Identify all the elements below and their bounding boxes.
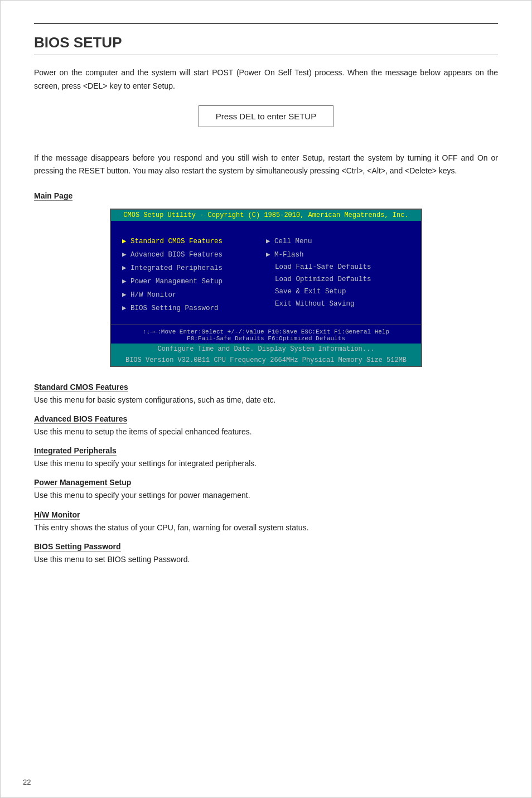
bios-bottom-line2: F8:Fail-Safe Defaults F6:Optimized Defau… xyxy=(117,335,415,342)
bios-bottom-bar: ↑↓→←:Move Enter:Select +/-/:Value F10:Sa… xyxy=(111,325,421,344)
bios-item-advanced-bios[interactable]: Advanced BIOS Features xyxy=(122,250,266,259)
bios-item-integrated[interactable]: Integrated Peripherals xyxy=(122,263,266,272)
press-del-wrapper: Press DEL to enter SETUP xyxy=(34,105,498,139)
desc-hw-monitor: H/W Monitor This entry shows the status … xyxy=(34,510,498,534)
bios-status-bar: Configure Time and Date. Display System … xyxy=(111,344,421,355)
bios-bottom-line1: ↑↓→←:Move Enter:Select +/-/:Value F10:Sa… xyxy=(117,328,415,335)
desc-advanced-bios-title: Advanced BIOS Features xyxy=(34,414,127,424)
press-del-box: Press DEL to enter SETUP xyxy=(199,105,333,127)
bios-left-column: Standard CMOS Features Advanced BIOS Fea… xyxy=(122,236,266,312)
desc-advanced-bios: Advanced BIOS Features Use this menu to … xyxy=(34,414,498,438)
bios-item-fail-safe[interactable]: Load Fail-Safe Defaults xyxy=(266,263,410,271)
bios-item-bios-password[interactable]: BIOS Setting Password xyxy=(122,303,266,312)
bios-title-bar: CMOS Setup Utility - Copyright (C) 1985-… xyxy=(111,210,421,221)
top-border xyxy=(34,23,498,24)
title-divider xyxy=(34,55,498,55)
desc-hw-monitor-title: H/W Monitor xyxy=(34,510,80,520)
bios-screen: CMOS Setup Utility - Copyright (C) 1985-… xyxy=(110,209,422,367)
desc-standard-cmos: Standard CMOS Features Use this menu for… xyxy=(34,383,498,407)
desc-integrated-text: Use this menu to specify your settings f… xyxy=(34,459,257,468)
desc-integrated-title: Integrated Peripherals xyxy=(34,446,117,456)
bios-item-exit-nosave[interactable]: Exit Without Saving xyxy=(266,300,410,308)
page-number: 22 xyxy=(23,778,31,786)
bios-item-cell-menu[interactable]: Cell Menu xyxy=(266,236,410,245)
desc-standard-cmos-title: Standard CMOS Features xyxy=(34,383,128,392)
desc-standard-cmos-text: Use this menu for basic system configura… xyxy=(34,395,275,404)
desc-advanced-bios-text: Use this menu to setup the items of spec… xyxy=(34,427,252,436)
bios-version-bar: BIOS Version V32.0B11 CPU Frequency 2664… xyxy=(111,355,421,366)
page-container: BIOS SETUP Power on the computer and the… xyxy=(0,0,532,798)
main-page-label: Main Page xyxy=(34,191,72,201)
desc-integrated-peripherals: Integrated Peripherals Use this menu to … xyxy=(34,446,498,470)
bios-item-save-exit[interactable]: Save & Exit Setup xyxy=(266,288,410,296)
bios-item-optimized[interactable]: Load Optimized Defaults xyxy=(266,275,410,283)
descriptions-container: Standard CMOS Features Use this menu for… xyxy=(34,383,498,566)
desc-power-management: Power Management Setup Use this menu to … xyxy=(34,478,498,502)
desc-bios-password-title: BIOS Setting Password xyxy=(34,542,121,552)
bios-right-column: Cell Menu M-Flash Load Fail-Safe Default… xyxy=(266,236,410,312)
desc-power-mgmt-text: Use this menu to specify your settings f… xyxy=(34,491,250,500)
restart-paragraph: If the message disappears before you res… xyxy=(34,152,498,178)
bios-item-mflash[interactable]: M-Flash xyxy=(266,250,410,259)
desc-bios-password-text: Use this menu to set BIOS setting Passwo… xyxy=(34,555,190,564)
desc-bios-password: BIOS Setting Password Use this menu to s… xyxy=(34,542,498,566)
bios-menu-area: Standard CMOS Features Advanced BIOS Fea… xyxy=(111,228,421,318)
desc-hw-monitor-text: This entry shows the status of your CPU,… xyxy=(34,523,309,532)
page-title: BIOS SETUP xyxy=(34,34,498,51)
bios-item-standard-cmos[interactable]: Standard CMOS Features xyxy=(122,236,266,245)
bios-item-hw-monitor[interactable]: H/W Monitor xyxy=(122,290,266,299)
intro-paragraph1: Power on the computer and the system wil… xyxy=(34,66,498,93)
desc-power-mgmt-title: Power Management Setup xyxy=(34,478,131,487)
bios-item-power-mgmt[interactable]: Power Management Setup xyxy=(122,277,266,286)
